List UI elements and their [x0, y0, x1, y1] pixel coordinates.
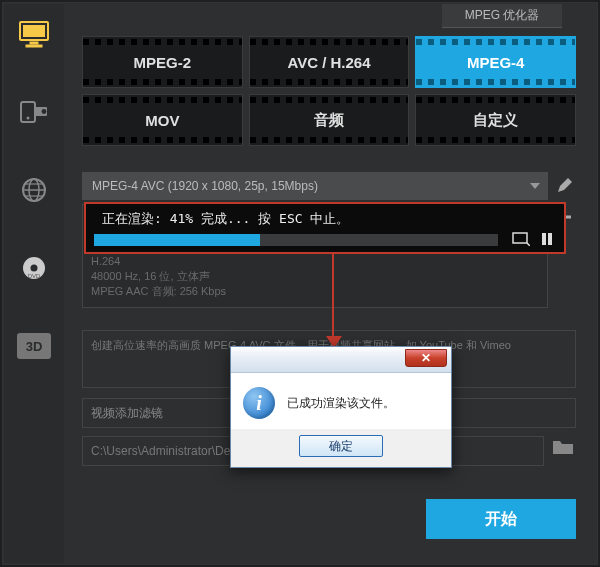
format-label: MPEG-4: [467, 54, 525, 71]
info-line: MPEG AAC 音频: 256 Kbps: [91, 284, 539, 299]
disc-icon: DVD: [20, 254, 48, 282]
info-icon: i: [243, 387, 275, 419]
preset-dropdown[interactable]: MPEG-4 AVC (1920 x 1080, 25p, 15Mbps): [82, 172, 548, 200]
format-label: MPEG-2: [134, 54, 192, 71]
filter-label: 视频添加滤镜: [91, 405, 163, 422]
format-custom[interactable]: 自定义: [415, 94, 576, 146]
browse-folder-button[interactable]: [552, 438, 574, 460]
pause-button[interactable]: [536, 230, 558, 248]
pencil-icon: [556, 176, 574, 194]
format-label: MOV: [145, 112, 179, 129]
svg-rect-16: [513, 233, 527, 243]
success-dialog: ✕ i 已成功渲染该文件。 确定: [230, 346, 452, 468]
preview-button[interactable]: [510, 230, 532, 248]
svg-point-5: [27, 117, 30, 120]
tab-mpeg-optimizer[interactable]: MPEG 优化器: [442, 4, 562, 28]
dialog-footer: 确定: [231, 429, 451, 467]
dialog-message: 已成功渲染该文件。: [287, 395, 395, 412]
info-line: 48000 Hz, 16 位, 立体声: [91, 269, 539, 284]
sidebar-item-3d[interactable]: 3D: [4, 316, 64, 376]
progress-fill: [94, 234, 260, 246]
sidebar-item-web[interactable]: [4, 160, 64, 220]
sidebar-item-device[interactable]: [4, 82, 64, 142]
chevron-down-icon: [530, 183, 540, 189]
folder-icon: [552, 438, 574, 456]
tab-label: MPEG 优化器: [465, 7, 540, 24]
globe-icon: [20, 176, 48, 204]
dialog-body: i 已成功渲染该文件。: [231, 373, 451, 429]
annotation-arrow: [332, 254, 334, 338]
svg-point-7: [42, 109, 47, 114]
format-label: AVC / H.264: [287, 54, 370, 71]
svg-rect-17: [542, 233, 546, 245]
svg-rect-2: [30, 42, 38, 44]
sidebar-item-disc[interactable]: DVD: [4, 238, 64, 298]
render-progress-panel: 正在渲染: 41% 完成... 按 ESC 中止。: [84, 202, 566, 254]
monitor-icon: [17, 20, 51, 48]
start-button[interactable]: 开始: [426, 499, 576, 539]
dialog-close-button[interactable]: ✕: [405, 349, 447, 367]
sidebar-item-computer[interactable]: [4, 4, 64, 64]
close-icon: ✕: [421, 351, 431, 365]
info-line: H.264: [91, 254, 539, 269]
pause-icon: [540, 232, 554, 246]
render-status-text: 正在渲染: 41% 完成... 按 ESC 中止。: [92, 208, 558, 234]
format-label: 音频: [314, 111, 344, 130]
format-mov[interactable]: MOV: [82, 94, 243, 146]
device-icon: [19, 99, 49, 125]
svg-point-14: [31, 265, 38, 272]
format-grid: MPEG-2 AVC / H.264 MPEG-4 MOV 音频 自定义: [82, 36, 576, 146]
dialog-titlebar[interactable]: ✕: [231, 347, 451, 373]
preset-label: MPEG-4 AVC (1920 x 1080, 25p, 15Mbps): [92, 179, 318, 193]
preview-icon: [512, 232, 530, 246]
format-avc[interactable]: AVC / H.264: [249, 36, 410, 88]
svg-rect-3: [26, 45, 42, 47]
format-audio[interactable]: 音频: [249, 94, 410, 146]
format-mpeg2[interactable]: MPEG-2: [82, 36, 243, 88]
progress-bar: [94, 234, 498, 246]
format-label: 自定义: [473, 111, 518, 130]
dialog-ok-button[interactable]: 确定: [299, 435, 383, 457]
start-label: 开始: [485, 509, 517, 530]
svg-rect-1: [23, 25, 45, 37]
svg-rect-18: [548, 233, 552, 245]
svg-text:DVD: DVD: [28, 273, 41, 279]
format-mpeg4[interactable]: MPEG-4: [415, 36, 576, 88]
edit-preset-button[interactable]: [556, 176, 574, 198]
threed-icon: 3D: [17, 333, 51, 359]
sidebar: DVD 3D: [4, 4, 64, 563]
